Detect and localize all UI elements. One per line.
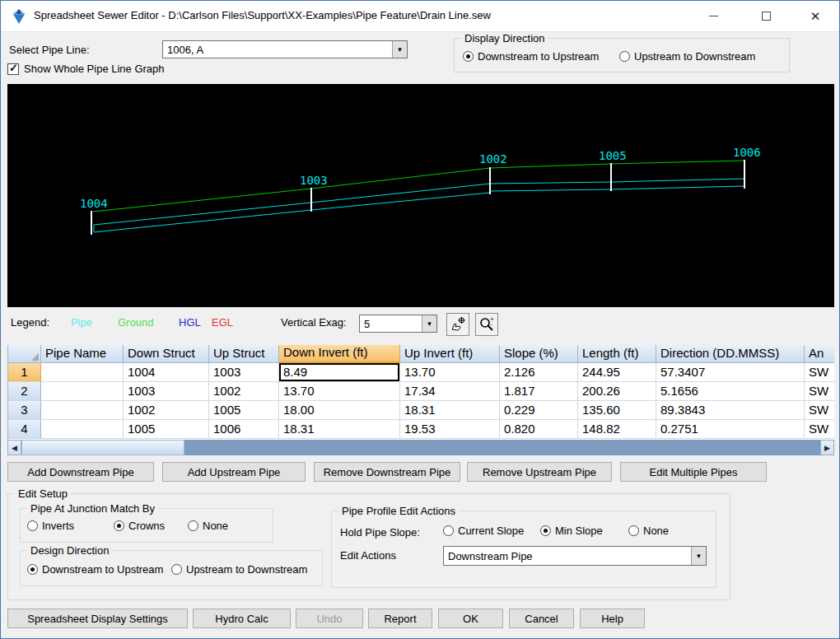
cell-direction[interactable]: 89.3843 <box>656 401 805 420</box>
add-upstream-pipe-button[interactable]: Add Upstream Pipe <box>162 462 306 482</box>
close-button[interactable]: ✕ <box>796 1 834 31</box>
column-header-slope[interactable]: Slope (%) <box>500 345 578 363</box>
radio-icon[interactable] <box>27 564 38 575</box>
cell-down-invert[interactable]: 13.70 <box>279 382 400 401</box>
cell-angle[interactable]: SW <box>805 382 834 401</box>
column-header-down-struct[interactable]: Down Struct <box>124 345 209 363</box>
ok-button[interactable]: OK <box>438 609 503 628</box>
cell-down-invert[interactable]: 18.00 <box>279 401 400 420</box>
radio-design-downstream-to-upstream[interactable]: Downstream to Upstream <box>27 563 163 576</box>
cell-pipe-name[interactable] <box>41 382 124 401</box>
hydro-calc-button[interactable]: Hydro Calc <box>193 609 291 628</box>
radio-hold-none[interactable]: None <box>628 525 669 537</box>
table-row[interactable]: 4 1005 1006 18.31 19.53 0.820 148.82 0.2… <box>8 420 834 439</box>
column-header-angle[interactable]: An <box>805 345 834 363</box>
pipe-spreadsheet[interactable]: Pipe Name Down Struct Up Struct Down Inv… <box>7 345 834 440</box>
cell-down-struct[interactable]: 1004 <box>124 363 209 382</box>
pipe-line-select[interactable]: 1006, A ▼ <box>162 40 408 58</box>
column-header-length[interactable]: Length (ft) <box>578 345 656 363</box>
edit-actions-select[interactable]: Downstream Pipe ▼ <box>443 546 707 566</box>
radio-display-upstream-to-downstream[interactable]: Upstream to Downstream <box>619 50 755 63</box>
radio-icon[interactable] <box>443 525 454 536</box>
cell-length[interactable]: 135.60 <box>578 401 656 420</box>
show-whole-pipe-line-graph-checkbox[interactable]: Show Whole Pipe Line Graph <box>7 63 165 75</box>
select-all-corner-cell[interactable] <box>8 345 41 363</box>
zoom-button[interactable]: + - <box>475 313 498 336</box>
cell-direction[interactable]: 5.1656 <box>656 382 805 401</box>
checkbox-icon[interactable] <box>7 63 19 75</box>
radio-icon[interactable] <box>171 564 182 575</box>
scroll-right-arrow-icon[interactable]: ▶ <box>820 440 834 455</box>
radio-current-slope[interactable]: Current Slope <box>443 525 524 537</box>
chevron-down-icon[interactable]: ▼ <box>691 547 706 565</box>
help-button[interactable]: Help <box>580 609 645 628</box>
radio-icon[interactable] <box>619 51 630 62</box>
table-row[interactable]: 1 1004 1003 8.49 13.70 2.126 244.95 57.3… <box>8 363 834 382</box>
cell-up-invert[interactable]: 19.53 <box>400 420 500 439</box>
spreadsheet-display-settings-button[interactable]: Spreadsheet Display Settings <box>7 609 188 628</box>
column-header-direction[interactable]: Direction (DD.MMSS) <box>656 345 805 363</box>
column-header-up-struct[interactable]: Up Struct <box>209 345 279 363</box>
cell-direction[interactable]: 0.2751 <box>656 420 805 439</box>
pick-from-screen-button[interactable] <box>446 313 469 336</box>
cell-up-invert[interactable]: 13.70 <box>400 363 500 382</box>
radio-icon[interactable] <box>540 525 551 536</box>
radio-crowns[interactable]: Crowns <box>114 520 165 532</box>
chevron-down-icon[interactable]: ▼ <box>422 315 436 332</box>
radio-icon[interactable] <box>114 520 124 531</box>
radio-icon[interactable] <box>628 525 639 536</box>
row-header[interactable]: 2 <box>8 382 41 401</box>
cell-slope[interactable]: 1.817 <box>500 382 578 401</box>
cell-angle[interactable]: SW <box>805 420 834 439</box>
table-row[interactable]: 3 1002 1005 18.00 18.31 0.229 135.60 89.… <box>8 401 834 420</box>
cell-up-struct[interactable]: 1002 <box>209 382 279 401</box>
minimize-button[interactable] <box>694 1 732 31</box>
radio-icon[interactable] <box>27 520 38 531</box>
radio-match-none[interactable]: None <box>188 520 228 532</box>
cell-down-invert[interactable]: 18.31 <box>279 420 400 439</box>
cell-down-struct[interactable]: 1005 <box>124 420 209 439</box>
table-row[interactable]: 2 1003 1002 13.70 17.34 1.817 200.26 5.1… <box>8 382 834 401</box>
row-header[interactable]: 4 <box>8 420 41 439</box>
radio-design-upstream-to-downstream[interactable]: Upstream to Downstream <box>171 563 307 576</box>
pipe-profile-graph[interactable]: 10041003100210051006 <box>7 84 834 307</box>
remove-upstream-pipe-button[interactable]: Remove Upstream Pipe <box>467 462 612 482</box>
cell-slope[interactable]: 2.126 <box>500 363 578 382</box>
cell-angle[interactable]: SW <box>805 363 834 382</box>
cell-slope[interactable]: 0.229 <box>500 401 578 420</box>
cell-angle[interactable]: SW <box>805 401 834 420</box>
cell-pipe-name[interactable] <box>41 363 124 382</box>
column-header-pipe-name[interactable]: Pipe Name <box>41 345 124 363</box>
scroll-left-arrow-icon[interactable]: ◀ <box>7 440 21 455</box>
cell-up-struct[interactable]: 1003 <box>209 363 279 382</box>
cell-slope[interactable]: 0.820 <box>500 420 578 439</box>
column-header-up-invert[interactable]: Up Invert (ft) <box>400 345 500 363</box>
cell-length[interactable]: 148.82 <box>578 420 656 439</box>
remove-downstream-pipe-button[interactable]: Remove Downstream Pipe <box>314 462 460 482</box>
row-header[interactable]: 1 <box>8 363 41 382</box>
cell-pipe-name[interactable] <box>41 401 124 420</box>
cell-down-invert-selected[interactable]: 8.49 <box>279 363 400 382</box>
cell-down-struct[interactable]: 1002 <box>124 401 209 420</box>
chevron-down-icon[interactable]: ▼ <box>392 41 407 58</box>
column-header-down-invert[interactable]: Down Invert (ft) <box>279 345 400 363</box>
maximize-button[interactable] <box>747 1 785 31</box>
cancel-button[interactable]: Cancel <box>509 609 574 628</box>
cell-direction[interactable]: 57.3407 <box>656 363 805 382</box>
cell-up-struct[interactable]: 1006 <box>209 420 279 439</box>
scrollbar-thumb[interactable] <box>21 440 184 455</box>
radio-display-downstream-to-upstream[interactable]: Downstream to Upstream <box>463 50 599 63</box>
radio-inverts[interactable]: Inverts <box>27 520 74 532</box>
edit-multiple-pipes-button[interactable]: Edit Multiple Pipes <box>620 462 767 482</box>
radio-icon[interactable] <box>463 51 474 62</box>
cell-up-invert[interactable]: 17.34 <box>400 382 500 401</box>
radio-min-slope[interactable]: Min Slope <box>540 525 603 537</box>
cell-up-invert[interactable]: 18.31 <box>400 401 500 420</box>
report-button[interactable]: Report <box>368 609 432 628</box>
cell-length[interactable]: 244.95 <box>578 363 656 382</box>
cell-length[interactable]: 200.26 <box>578 382 656 401</box>
cell-up-struct[interactable]: 1005 <box>209 401 279 420</box>
vertical-exag-select[interactable]: 5 ▼ <box>359 315 437 333</box>
cell-down-struct[interactable]: 1003 <box>124 382 209 401</box>
add-downstream-pipe-button[interactable]: Add Downstream Pipe <box>7 462 154 482</box>
